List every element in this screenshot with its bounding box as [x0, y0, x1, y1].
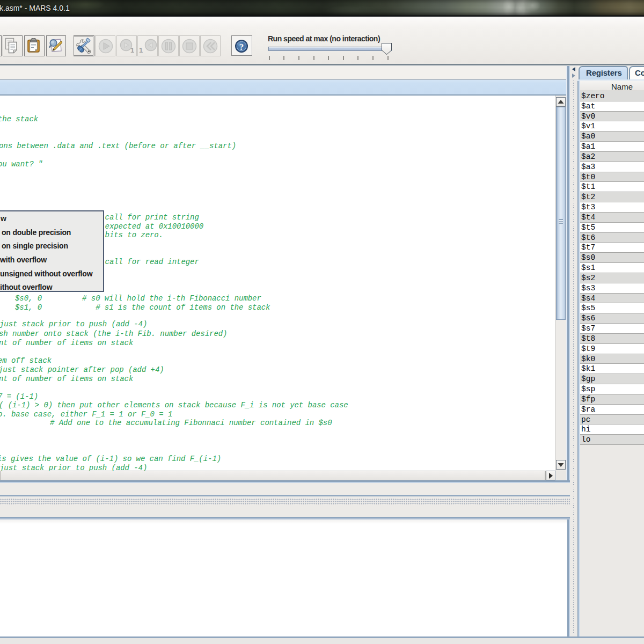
svg-text:1: 1 — [130, 46, 134, 54]
svg-text:?: ? — [239, 42, 244, 52]
svg-text:1: 1 — [139, 46, 143, 54]
